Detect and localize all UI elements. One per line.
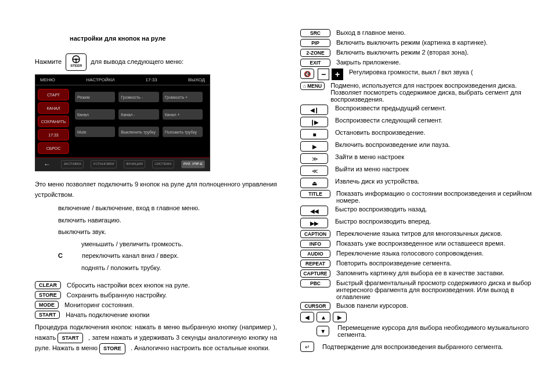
desc-row: ◀❙Воспроизвести предыдущий сегмент. [300,105,542,115]
media-icon: ▶ [300,141,328,152]
start-button-label: START [57,333,82,343]
media-icon: ▶▶ [300,218,328,228]
enter-row: ↵ Подтверждение для воспроизведения выбр… [300,341,542,352]
desc-row: SRCВыход в главное меню. [300,29,542,37]
press-line: Нажмите STEER для вывода следующего меню… [35,53,277,71]
right-arrow-icon: ▶ [333,312,347,322]
intro-text: Это меню позволяет подключить 9 кнопок н… [35,179,277,200]
media-icon: ◀❙ [300,105,328,115]
desc-row: EXITЗакрыть приложение. [300,59,542,67]
desc-text: Быстрый фрагментальный просмотр содержим… [336,279,542,300]
label-row: STOREСохранить выбранную настройку. [35,291,277,299]
desc-text: Закрыть приложение. [336,59,542,66]
desc-row: 2-ZONEВключить выключить режим 2 (вторая… [300,49,542,57]
plus-icon: + [332,69,343,80]
caption-button-label: CAPTION [300,230,330,238]
down-arrow-icon: ▼ [316,326,329,336]
desc-row: ■Остановить воспроизведение. [300,129,542,139]
cursor-button-label: CURSOR [300,302,330,310]
desc-row: PBCБыстрый фрагментальный просмотр содер… [300,279,542,300]
desc-row: ◀◀Быстро воспроизводить назад. [300,206,542,216]
desc-text: Выход в главное меню. [336,29,542,36]
desc-text: Переключение языка титров для многоязычн… [336,230,542,237]
media-icon: ■ [300,129,328,139]
desc-text: Переключение языка голосового сопровожде… [336,250,542,257]
desc-row: ⌂MENUПодменю, используется для настроек … [300,82,542,103]
up-arrow-icon: ▲ [316,312,330,322]
desc-text: Запомнить картинку для выбора ее в качес… [336,269,542,276]
src-button-label: SRC [300,29,330,37]
bullet: уменьшить / увеличить громкость. [81,239,277,249]
media-icon: ⏏ [300,178,328,188]
desc-text: Регулировка громкости, выкл / вкл звука … [349,69,542,75]
desc-text: Повторить воспроизведение сегмента. [336,260,542,267]
steer-icon: STEER [66,53,87,71]
desc-text: Быстро воспроизводить назад. [335,206,542,213]
desc-text: Быстро воспроизводить вперед. [335,218,542,225]
settings-screenshot: МЕНЮ НАСТРОЙКИ 17:33 ВЫХОД СТАРТ КАНАЛ С… [35,74,210,171]
desc-row: INFOПоказать уже воспроизведенное или ос… [300,240,542,248]
pbc-button-label: PBC [300,279,330,287]
mute-icon: 🔇 [300,69,314,79]
desc-text: Зайти в меню настроек [335,153,542,160]
desc-row: CAPTUREЗапомнить картинку для выбора ее … [300,269,542,278]
desc-row: ⏏Извлечь диск из устройства. [300,178,542,188]
desc-row: REPEATПовторить воспроизведение сегмента… [300,260,542,268]
media-icon: ≫ [300,153,328,164]
bullet: включить навигацию. [58,215,277,225]
clear-button-label: CLEAR [35,281,61,289]
desc-text: Остановить воспроизведение. [335,129,542,136]
desc-row: ≫Зайти в меню настроек [300,153,542,164]
media-icon: ◀◀ [300,206,328,216]
mode-button-label: MODE [35,301,59,309]
desc-row: ≪Выйти из меню настроек [300,166,542,176]
back-arrow-icon: ← [40,160,54,168]
desc-row: CAPTIONПереключение языка титров для мно… [300,230,542,238]
left-arrow-icon: ◀ [300,312,314,322]
menu-button-label: ⌂MENU [300,82,325,90]
exit-button-label: EXIT [300,59,330,67]
info-button-label: INFO [300,240,330,248]
enter-icon: ↵ [300,341,314,352]
dpad-row1: ◀ ▲ ▶ [300,312,542,322]
desc-row: ❙▶Воспроизвести следующий сегмент. [300,117,542,127]
bullet: включение / выключение, вход в главное м… [58,203,277,213]
desc-text: Выйти из меню настроек [335,166,542,172]
desc-text: Вызов панели курсоров. [336,302,542,309]
pip-button-label: PIP [300,39,330,47]
dpad-row2: ▼ Перемещение курсора для выбора необход… [300,324,542,338]
desc-row: PIPВключить выключить режим (картинка в … [300,39,542,47]
desc-text: Воспроизвести следующий сегмент. [335,117,542,124]
procedure-text: Процедура подключения кнопок: нажать в м… [35,322,277,354]
desc-text: Включить выключить режим 2 (вторая зона)… [336,49,542,56]
capture-button-label: CAPTURE [300,269,330,278]
media-icon: ≪ [300,166,328,176]
title-button-label: TITLE [300,190,330,198]
start-button-label: START [35,311,60,319]
desc-row: ▶Включить воспроизведение или пауза. [300,141,542,152]
label-desc: Сбросить настройки всех кнопок на руле. [67,282,190,289]
label-desc: Начать подключение кнопки [66,311,149,318]
media-icon: ❙▶ [300,117,328,127]
desc-text: Показать информацию о состоянии воспроиз… [336,190,542,204]
desc-row: ▶▶Быстро воспроизводить вперед. [300,218,542,228]
desc-text: Показать уже воспроизведенное или оставш… [336,240,542,247]
desc-text: Включить воспроизведение или пауза. [335,141,542,148]
desc-row: TITLEПоказать информацию о состоянии вос… [300,190,542,204]
bullet: поднять / положить трубку. [81,263,277,273]
desc-text: Включить выключить режим (картинка в кар… [336,39,542,46]
store-button-label: STORE [99,343,125,354]
desc-row: CURSORВызов панели курсоров. [300,302,542,310]
desc-text: Подменю, используется для настроек воспр… [330,82,542,103]
minus-icon: − [318,69,329,80]
desc-text: Воспроизвести предыдущий сегмент. [335,105,542,112]
audio-button-label: AUDIO [300,250,330,258]
label-row: MODEМониторинг состояния. [35,301,277,309]
2-zone-button-label: 2-ZONE [300,49,330,57]
desc-text: Извлечь диск из устройства. [335,178,542,185]
bullet-c: C переключить канал вниз / вверх. [35,251,277,261]
desc-row: 🔇−+Регулировка громкости, выкл / вкл зву… [300,69,542,80]
home-icon: ⌂ [303,83,306,89]
label-row: CLEARСбросить настройки всех кнопок на р… [35,281,277,289]
label-row: STARTНачать подключение кнопки [35,311,277,319]
